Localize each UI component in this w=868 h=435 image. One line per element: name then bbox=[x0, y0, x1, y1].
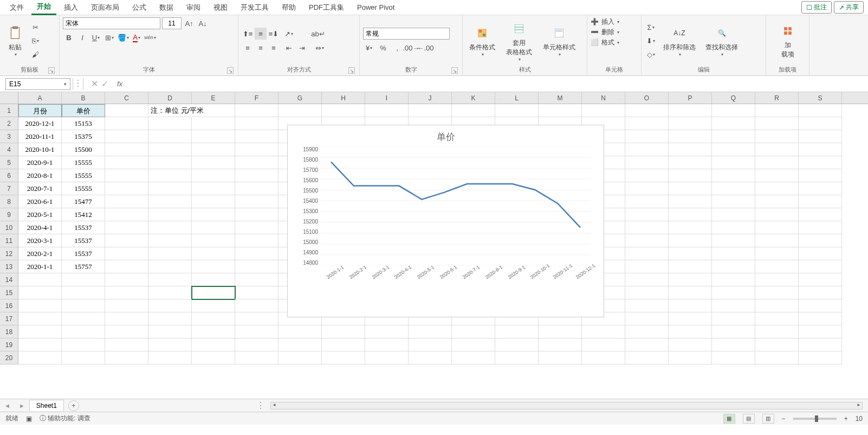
col-header-G[interactable]: G bbox=[278, 92, 322, 104]
cell-Q20[interactable] bbox=[712, 351, 755, 364]
cell-R1[interactable] bbox=[755, 104, 799, 117]
cell-I19[interactable] bbox=[365, 338, 409, 351]
name-box[interactable]: E15▾ bbox=[5, 78, 70, 90]
row-header-17[interactable]: 17 bbox=[0, 312, 18, 325]
cell-C10[interactable] bbox=[105, 221, 148, 234]
cell-B10[interactable]: 15537 bbox=[62, 221, 105, 234]
cell-C16[interactable] bbox=[105, 299, 148, 312]
cell-E5[interactable] bbox=[192, 156, 235, 169]
cell-Q11[interactable] bbox=[712, 234, 755, 247]
cell-A12[interactable]: 2020-2-1 bbox=[18, 247, 62, 260]
cell-B7[interactable]: 15555 bbox=[62, 182, 105, 195]
cell-F18[interactable] bbox=[235, 325, 278, 338]
cell-S10[interactable] bbox=[799, 221, 842, 234]
row-header-6[interactable]: 6 bbox=[0, 169, 18, 182]
cell-B4[interactable]: 15500 bbox=[62, 143, 105, 156]
cell-P13[interactable] bbox=[669, 260, 712, 273]
cell-L1[interactable] bbox=[495, 104, 539, 117]
cell-R17[interactable] bbox=[755, 312, 799, 325]
cell-E20[interactable] bbox=[192, 351, 235, 364]
cell-C19[interactable] bbox=[105, 338, 148, 351]
cell-I20[interactable] bbox=[365, 351, 409, 364]
font-name-select[interactable] bbox=[63, 17, 160, 29]
cell-F5[interactable] bbox=[235, 156, 278, 169]
cell-Q14[interactable] bbox=[712, 273, 755, 286]
col-header-L[interactable]: L bbox=[495, 92, 539, 104]
cell-F1[interactable] bbox=[235, 104, 278, 117]
cell-F10[interactable] bbox=[235, 221, 278, 234]
cell-Q10[interactable] bbox=[712, 221, 755, 234]
cell-R11[interactable] bbox=[755, 234, 799, 247]
tab-nav-next[interactable]: ► bbox=[15, 402, 29, 409]
cell-A3[interactable]: 2020-11-1 bbox=[18, 130, 62, 143]
col-header-M[interactable]: M bbox=[539, 92, 582, 104]
cell-R8[interactable] bbox=[755, 195, 799, 208]
accessibility-status[interactable]: ⓘ 辅助功能: 调查 bbox=[40, 414, 90, 423]
cell-D4[interactable] bbox=[148, 143, 192, 156]
cell-D12[interactable] bbox=[148, 247, 192, 260]
cell-A14[interactable] bbox=[18, 273, 62, 286]
cell-K18[interactable] bbox=[452, 325, 495, 338]
cell-B16[interactable] bbox=[62, 299, 105, 312]
cell-F14[interactable] bbox=[235, 273, 278, 286]
cell-G1[interactable] bbox=[278, 104, 322, 117]
cell-F6[interactable] bbox=[235, 169, 278, 182]
cell-B9[interactable]: 15412 bbox=[62, 208, 105, 221]
cell-O19[interactable] bbox=[625, 338, 669, 351]
cell-R18[interactable] bbox=[755, 325, 799, 338]
col-header-H[interactable]: H bbox=[322, 92, 365, 104]
enter-formula-button[interactable]: ✓ bbox=[101, 79, 108, 89]
cell-D16[interactable] bbox=[148, 299, 192, 312]
cell-G18[interactable] bbox=[278, 325, 322, 338]
autosum-button[interactable]: Σ▾ bbox=[645, 21, 657, 33]
cell-P7[interactable] bbox=[669, 182, 712, 195]
cell-P16[interactable] bbox=[669, 299, 712, 312]
cell-A17[interactable] bbox=[18, 312, 62, 325]
cell-F19[interactable] bbox=[235, 338, 278, 351]
menu-pdf[interactable]: PDF工具集 bbox=[303, 1, 349, 15]
cell-P8[interactable] bbox=[669, 195, 712, 208]
cell-R15[interactable] bbox=[755, 286, 799, 299]
cell-Q13[interactable] bbox=[712, 260, 755, 273]
clear-button[interactable]: ◇▾ bbox=[645, 48, 657, 60]
view-normal-button[interactable]: ▦ bbox=[723, 414, 735, 424]
cell-S4[interactable] bbox=[799, 143, 842, 156]
row-header-10[interactable]: 10 bbox=[0, 221, 18, 234]
phonetic-button[interactable]: wén▾ bbox=[144, 31, 156, 43]
cell-B19[interactable] bbox=[62, 338, 105, 351]
number-format-select[interactable] bbox=[363, 28, 450, 40]
cell-C2[interactable] bbox=[105, 117, 148, 130]
cell-R13[interactable] bbox=[755, 260, 799, 273]
cell-A19[interactable] bbox=[18, 338, 62, 351]
cell-L18[interactable] bbox=[495, 325, 539, 338]
row-header-11[interactable]: 11 bbox=[0, 234, 18, 247]
cell-O3[interactable] bbox=[625, 130, 669, 143]
sort-filter-button[interactable]: A↓Z排序和筛选▾ bbox=[660, 23, 699, 58]
cell-C20[interactable] bbox=[105, 351, 148, 364]
col-header-S[interactable]: S bbox=[799, 92, 842, 104]
cell-Q5[interactable] bbox=[712, 156, 755, 169]
cell-B11[interactable]: 15537 bbox=[62, 234, 105, 247]
menu-insert[interactable]: 插入 bbox=[59, 1, 83, 15]
row-header-5[interactable]: 5 bbox=[0, 156, 18, 169]
cell-Q7[interactable] bbox=[712, 182, 755, 195]
cell-S6[interactable] bbox=[799, 169, 842, 182]
cell-D9[interactable] bbox=[148, 208, 192, 221]
cell-D3[interactable] bbox=[148, 130, 192, 143]
macro-record-icon[interactable]: ▣ bbox=[26, 415, 32, 423]
col-header-J[interactable]: J bbox=[409, 92, 452, 104]
cell-N1[interactable] bbox=[582, 104, 625, 117]
cell-Q16[interactable] bbox=[712, 299, 755, 312]
col-header-I[interactable]: I bbox=[365, 92, 409, 104]
conditional-format-button[interactable]: 条件格式▾ bbox=[466, 23, 498, 58]
align-middle-button[interactable]: ≡ bbox=[255, 28, 267, 40]
cell-A9[interactable]: 2020-5-1 bbox=[18, 208, 62, 221]
cell-A16[interactable] bbox=[18, 299, 62, 312]
cell-B8[interactable]: 15477 bbox=[62, 195, 105, 208]
cell-Q17[interactable] bbox=[712, 312, 755, 325]
cell-B1[interactable]: 单价 bbox=[62, 104, 105, 117]
cell-N18[interactable] bbox=[582, 325, 625, 338]
cell-S7[interactable] bbox=[799, 182, 842, 195]
merge-button[interactable]: ⇔▾ bbox=[311, 42, 328, 54]
cell-B18[interactable] bbox=[62, 325, 105, 338]
